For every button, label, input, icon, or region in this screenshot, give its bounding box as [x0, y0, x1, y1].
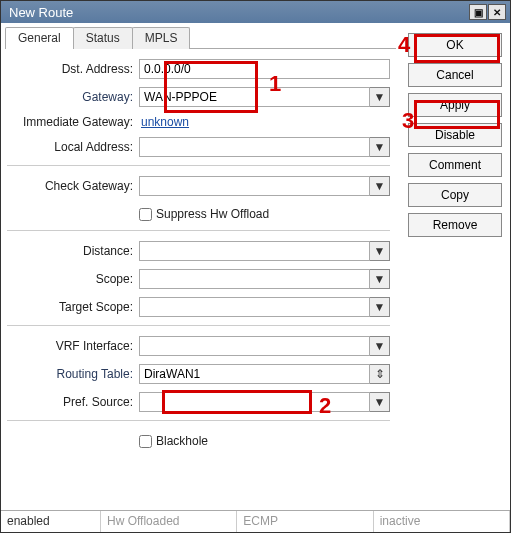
dst-address-row: Dst. Address:: [7, 59, 390, 79]
close-icon[interactable]: ✕: [488, 4, 506, 20]
titlebar-buttons: ▣ ✕: [469, 4, 506, 20]
immediate-gateway-label: Immediate Gateway:: [7, 115, 139, 129]
routing-table-label: Routing Table:: [7, 367, 139, 381]
target-scope-row: Target Scope: ▼: [7, 297, 390, 317]
target-scope-label: Target Scope:: [7, 300, 139, 314]
vrf-interface-row: VRF Interface: ▼: [7, 336, 390, 356]
blackhole-checkbox[interactable]: [139, 435, 152, 448]
routing-table-updown-icon[interactable]: ⇕: [370, 364, 390, 384]
tabs: General Status MPLS: [5, 27, 396, 49]
target-scope-input[interactable]: [139, 297, 370, 317]
apply-button[interactable]: Apply: [408, 93, 502, 117]
gateway-dropdown-icon[interactable]: ▼: [370, 87, 390, 107]
distance-label: Distance:: [7, 244, 139, 258]
scope-dropdown-icon[interactable]: ▼: [370, 269, 390, 289]
button-column: OK Cancel Apply Disable Comment Copy Rem…: [400, 23, 510, 510]
scope-label: Scope:: [7, 272, 139, 286]
routing-table-row: Routing Table: ⇕: [7, 364, 390, 384]
remove-button[interactable]: Remove: [408, 213, 502, 237]
blackhole-row: Blackhole: [139, 431, 390, 451]
scope-input[interactable]: [139, 269, 370, 289]
separator: [7, 165, 390, 166]
distance-row: Distance: ▼: [7, 241, 390, 261]
dst-address-input[interactable]: [139, 59, 390, 79]
target-scope-dropdown-icon[interactable]: ▼: [370, 297, 390, 317]
vrf-interface-label: VRF Interface:: [7, 339, 139, 353]
local-address-input[interactable]: [139, 137, 370, 157]
tab-mpls[interactable]: MPLS: [132, 27, 191, 49]
local-address-row: Local Address: ▼: [7, 137, 390, 157]
copy-button[interactable]: Copy: [408, 183, 502, 207]
distance-input[interactable]: [139, 241, 370, 261]
window: New Route ▣ ✕ General Status MPLS Dst. A…: [0, 0, 511, 533]
pref-source-row: Pref. Source: ▼: [7, 392, 390, 412]
check-gateway-label: Check Gateway:: [7, 179, 139, 193]
check-gateway-dropdown-icon[interactable]: ▼: [370, 176, 390, 196]
separator: [7, 420, 390, 421]
immediate-gateway-row: Immediate Gateway: unknown: [7, 115, 390, 129]
check-gateway-input[interactable]: [139, 176, 370, 196]
ok-button[interactable]: OK: [408, 33, 502, 57]
window-title: New Route: [5, 5, 469, 20]
status-enabled: enabled: [1, 511, 101, 532]
status-inactive: inactive: [374, 511, 510, 532]
comment-button[interactable]: Comment: [408, 153, 502, 177]
gateway-input[interactable]: [139, 87, 370, 107]
check-gateway-row: Check Gateway: ▼: [7, 176, 390, 196]
pref-source-input[interactable]: [139, 392, 370, 412]
dst-address-label: Dst. Address:: [7, 62, 139, 76]
status-bar: enabled Hw Offloaded ECMP inactive: [1, 510, 510, 532]
tab-general[interactable]: General: [5, 27, 74, 49]
local-address-dropdown-icon[interactable]: ▼: [370, 137, 390, 157]
suppress-hw-row: Suppress Hw Offload: [139, 204, 390, 224]
separator: [7, 325, 390, 326]
cancel-button[interactable]: Cancel: [408, 63, 502, 87]
local-address-label: Local Address:: [7, 140, 139, 154]
body: General Status MPLS Dst. Address: Gatewa…: [1, 23, 510, 510]
suppress-hw-label: Suppress Hw Offload: [156, 207, 269, 221]
scope-row: Scope: ▼: [7, 269, 390, 289]
form-area: General Status MPLS Dst. Address: Gatewa…: [1, 23, 400, 510]
vrf-interface-input[interactable]: [139, 336, 370, 356]
pref-source-dropdown-icon[interactable]: ▼: [370, 392, 390, 412]
gateway-label: Gateway:: [7, 90, 139, 104]
status-ecmp: ECMP: [237, 511, 373, 532]
titlebar: New Route ▣ ✕: [1, 1, 510, 23]
separator: [7, 230, 390, 231]
routing-table-input[interactable]: [139, 364, 370, 384]
distance-dropdown-icon[interactable]: ▼: [370, 241, 390, 261]
vrf-interface-dropdown-icon[interactable]: ▼: [370, 336, 390, 356]
gateway-row: Gateway: ▼: [7, 87, 390, 107]
tab-content: Dst. Address: Gateway: ▼ Immediate Gatew…: [5, 48, 396, 507]
dock-icon[interactable]: ▣: [469, 4, 487, 20]
status-hw: Hw Offloaded: [101, 511, 237, 532]
suppress-hw-checkbox[interactable]: [139, 208, 152, 221]
tab-status[interactable]: Status: [73, 27, 133, 49]
blackhole-label: Blackhole: [156, 434, 208, 448]
disable-button[interactable]: Disable: [408, 123, 502, 147]
pref-source-label: Pref. Source:: [7, 395, 139, 409]
immediate-gateway-link[interactable]: unknown: [139, 115, 189, 129]
